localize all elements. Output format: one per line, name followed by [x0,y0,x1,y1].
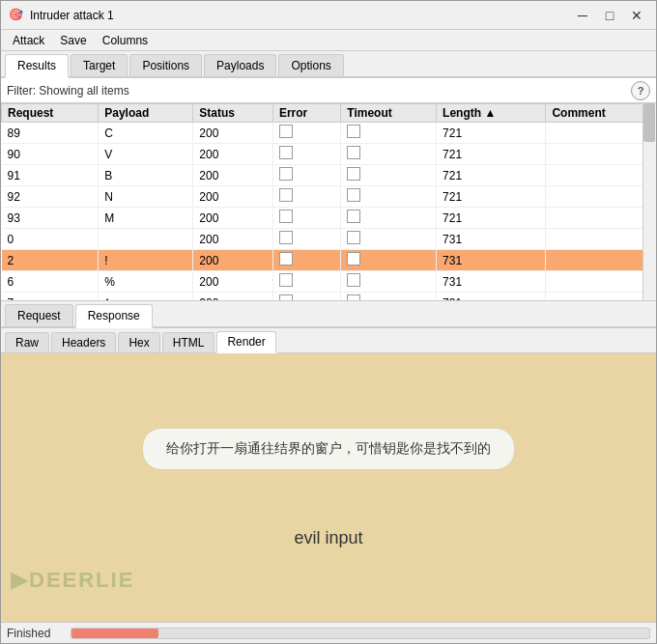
timeout-checkbox[interactable] [347,167,360,181]
timeout-checkbox[interactable] [347,146,360,159]
timeout-checkbox[interactable] [347,252,360,266]
error-checkbox[interactable] [279,167,293,181]
minimize-button[interactable]: ─ [571,6,594,25]
render-area: 给你打开一扇通往结界的窗户，可惜钥匙你是找不到的 evil input ▶DEE… [1,353,656,622]
error-checkbox[interactable] [279,273,293,287]
response-tab-raw[interactable]: Raw [5,332,49,352]
col-length[interactable]: Length ▲ [437,104,546,123]
col-request[interactable]: Request [2,104,99,123]
main-window: 🎯 Intruder attack 1 ─ □ ✕ Attack Save Co… [0,0,657,644]
title-bar: 🎯 Intruder attack 1 ─ □ ✕ [1,1,656,30]
app-icon: 🎯 [9,8,24,23]
close-button[interactable]: ✕ [625,6,648,25]
table-row[interactable]: 89C200721 [2,123,656,144]
error-checkbox[interactable] [279,188,293,202]
status-text: Finished [7,627,65,640]
timeout-checkbox[interactable] [347,210,360,223]
filter-bar: Filter: Showing all items ? [1,78,656,103]
table-row[interactable]: 90V200721 [2,144,656,165]
tab-options[interactable]: Options [278,54,343,76]
col-status[interactable]: Status [193,104,273,123]
col-error[interactable]: Error [272,104,340,123]
content-area: Filter: Showing all items ? Request Payl… [1,78,656,622]
tab-results[interactable]: Results [5,54,69,78]
timeout-checkbox[interactable] [347,273,360,287]
tab-target[interactable]: Target [71,54,128,76]
error-checkbox[interactable] [279,294,293,301]
table-row[interactable]: 92N200721 [2,186,656,208]
table-row[interactable]: 93M200721 [2,208,656,229]
response-tab-render[interactable]: Render [216,331,275,353]
progress-bar [71,628,650,639]
render-bubble-text: 给你打开一扇通往结界的窗户，可惜钥匙你是找不到的 [142,428,515,470]
window-controls: ─ □ ✕ [571,6,648,25]
scrollbar-track[interactable] [643,103,656,300]
tab-positions[interactable]: Positions [129,54,202,76]
window-title: Intruder attack 1 [30,9,571,22]
response-tab-html[interactable]: HTML [162,332,215,352]
table-row[interactable]: 6%200731 [2,271,656,293]
response-tabs-bar: Raw Headers Hex HTML Render [1,328,656,353]
table-row[interactable]: 91B200721 [2,165,656,186]
timeout-checkbox[interactable] [347,231,360,244]
progress-bar-fill [71,629,158,638]
col-payload[interactable]: Payload [99,104,193,123]
menu-save[interactable]: Save [52,32,94,49]
timeout-checkbox[interactable] [347,294,360,301]
render-bottom-text: evil input [294,528,362,548]
panel-tab-response[interactable]: Response [75,304,153,328]
timeout-checkbox[interactable] [347,125,360,138]
scrollbar-thumb[interactable] [643,103,655,142]
response-tab-hex[interactable]: Hex [118,332,159,352]
error-checkbox[interactable] [279,125,293,138]
error-checkbox[interactable] [279,231,293,244]
status-bar: Finished [1,622,656,643]
panel-tabs-bar: Request Response [1,301,656,328]
response-tab-headers[interactable]: Headers [51,332,116,352]
help-button[interactable]: ? [631,81,650,100]
col-comment[interactable]: Comment [546,104,656,123]
watermark: ▶DEERLIE [11,568,134,593]
maximize-button[interactable]: □ [598,6,621,25]
menu-columns[interactable]: Columns [95,32,156,49]
results-table: Request Payload Status Error Timeout Len… [1,103,656,301]
menu-bar: Attack Save Columns [1,30,656,51]
table-row[interactable]: 2!200731 [2,250,656,271]
error-checkbox[interactable] [279,210,293,223]
error-checkbox[interactable] [279,252,293,266]
results-table-container: Request Payload Status Error Timeout Len… [1,103,656,301]
menu-attack[interactable]: Attack [5,32,52,49]
watermark-text: ▶DEERLIE [11,568,134,593]
timeout-checkbox[interactable] [347,188,360,202]
table-row[interactable]: 0200731 [2,229,656,250]
error-checkbox[interactable] [279,146,293,159]
panel-tab-request[interactable]: Request [5,304,73,326]
tab-payloads[interactable]: Payloads [204,54,276,76]
table-row[interactable]: 7^200731 [2,293,656,302]
main-tabs-bar: Results Target Positions Payloads Option… [1,51,656,78]
col-timeout[interactable]: Timeout [341,104,437,123]
filter-text: Filter: Showing all items [7,84,631,98]
